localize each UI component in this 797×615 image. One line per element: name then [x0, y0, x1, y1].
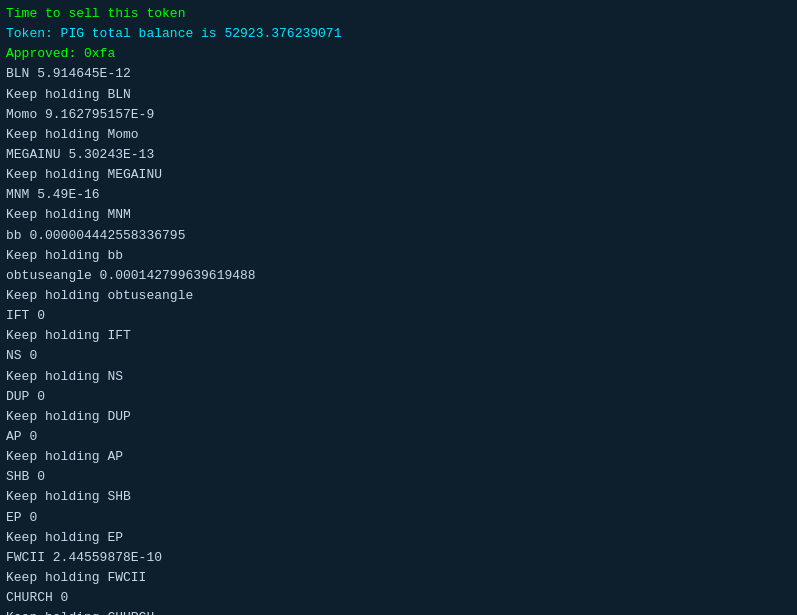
- terminal-line: IFT 0: [6, 306, 791, 326]
- terminal-line: AP 0: [6, 427, 791, 447]
- terminal-line: Keep holding MEGAINU: [6, 165, 791, 185]
- terminal-line: Keep holding obtuseangle: [6, 286, 791, 306]
- terminal-line: SHB 0: [6, 467, 791, 487]
- terminal-line: Keep holding FWCII: [6, 568, 791, 588]
- terminal-line: NS 0: [6, 346, 791, 366]
- terminal-line: DUP 0: [6, 387, 791, 407]
- terminal-line: Token: PIG total balance is 52923.376239…: [6, 24, 791, 44]
- terminal-line: obtuseangle 0.000142799639619488: [6, 266, 791, 286]
- terminal-line: Keep holding bb: [6, 246, 791, 266]
- terminal-line: MNM 5.49E-16: [6, 185, 791, 205]
- terminal-window: Time to sell this tokenToken: PIG total …: [0, 0, 797, 615]
- terminal-line: Momo 9.162795157E-9: [6, 105, 791, 125]
- terminal-line: Keep holding NS: [6, 367, 791, 387]
- terminal-line: Keep holding EP: [6, 528, 791, 548]
- terminal-line: Keep holding MNM: [6, 205, 791, 225]
- terminal-line: Keep holding IFT: [6, 326, 791, 346]
- terminal-line: Keep holding Momo: [6, 125, 791, 145]
- terminal-line: Approved: 0xfa: [6, 44, 791, 64]
- terminal-line: Keep holding AP: [6, 447, 791, 467]
- terminal-line: FWCII 2.44559878E-10: [6, 548, 791, 568]
- terminal-line: Keep holding CHURCH: [6, 608, 791, 615]
- terminal-line: MEGAINU 5.30243E-13: [6, 145, 791, 165]
- terminal-line: Keep holding DUP: [6, 407, 791, 427]
- terminal-line: Time to sell this token: [6, 4, 791, 24]
- terminal-line: CHURCH 0: [6, 588, 791, 608]
- terminal-line: EP 0: [6, 508, 791, 528]
- terminal-line: Keep holding SHB: [6, 487, 791, 507]
- terminal-line: Keep holding BLN: [6, 85, 791, 105]
- terminal-line: bb 0.000004442558336795: [6, 226, 791, 246]
- terminal-line: BLN 5.914645E-12: [6, 64, 791, 84]
